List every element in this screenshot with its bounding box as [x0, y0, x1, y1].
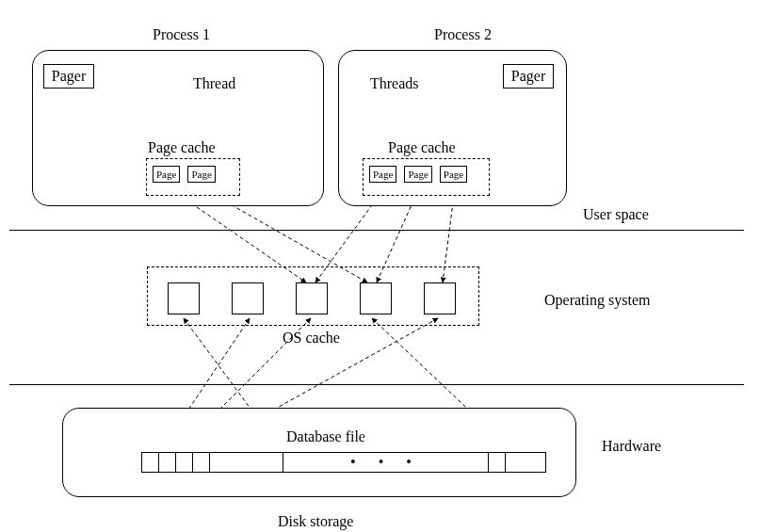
- pager-box-p2: Pager: [503, 64, 554, 89]
- page-cache-box-p1: Page Page: [146, 158, 240, 196]
- disk-seg: [489, 453, 506, 472]
- os-cache-slot: [360, 282, 392, 314]
- user-space-label: User space: [583, 206, 649, 223]
- page-cache-label-p1: Page cache: [148, 139, 216, 156]
- page-box: Page: [369, 166, 396, 183]
- disk-seg: [193, 453, 210, 472]
- pager-label: Pager: [511, 68, 545, 84]
- disk-storage-label: Disk storage: [278, 513, 353, 530]
- diagram-root: Process 1 Process 2 Pager Thread Page ca…: [0, 0, 760, 532]
- thread-label-p1: Thread: [193, 75, 235, 92]
- disk-seg: [210, 453, 283, 472]
- os-cache-slot: [168, 282, 200, 314]
- disk-seg: [142, 453, 159, 472]
- process-1-title: Process 1: [153, 26, 210, 43]
- operating-system-label: Operating system: [544, 292, 650, 309]
- process-2-title: Process 2: [434, 26, 492, 43]
- disk-dots: • • •: [283, 453, 489, 472]
- os-cache-slot: [296, 282, 328, 314]
- page-cache-box-p2: Page Page Page: [363, 158, 490, 196]
- page-box: Page: [404, 166, 431, 183]
- page-cache-label-p2: Page cache: [388, 139, 456, 156]
- disk-file: • • •: [141, 452, 546, 473]
- hardware-label: Hardware: [602, 438, 661, 455]
- os-cache-slot: [424, 282, 456, 314]
- pager-label: Pager: [52, 68, 86, 84]
- pager-box-p1: Pager: [43, 64, 94, 89]
- page-box: Page: [440, 166, 467, 183]
- disk-seg: [176, 453, 193, 472]
- disk-seg: [506, 453, 545, 472]
- database-file-label: Database file: [286, 428, 365, 445]
- os-cache-label: OS cache: [283, 330, 340, 347]
- os-cache-slot: [232, 282, 264, 314]
- disk-seg: [159, 453, 176, 472]
- threads-label-p2: Threads: [370, 75, 419, 92]
- divider-os-hw: [9, 384, 744, 385]
- divider-user-os: [9, 230, 744, 231]
- page-box: Page: [187, 166, 215, 183]
- page-box: Page: [153, 166, 180, 183]
